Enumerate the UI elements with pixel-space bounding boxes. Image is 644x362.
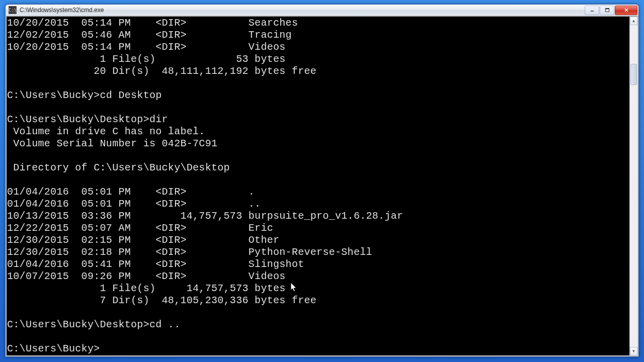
terminal-output[interactable]: 10/20/2015 05:14 PM <DIR> Searches 12/02…	[7, 17, 629, 355]
window-title: C:\Windows\system32\cmd.exe	[20, 7, 585, 14]
cmd-window: C:\ C:\Windows\system32\cmd.exe 10/20/20…	[5, 4, 639, 357]
scroll-thumb[interactable]	[630, 64, 637, 85]
app-icon: C:\	[9, 6, 17, 14]
title-bar[interactable]: C:\ C:\Windows\system32\cmd.exe	[6, 5, 638, 16]
scroll-down-arrow[interactable]: ▼	[630, 347, 637, 355]
close-button[interactable]	[615, 6, 637, 15]
scroll-up-arrow[interactable]: ▲	[630, 17, 637, 25]
scroll-track[interactable]	[630, 25, 637, 347]
vertical-scrollbar[interactable]: ▲ ▼	[629, 17, 637, 355]
window-controls	[585, 6, 637, 15]
minimize-button[interactable]	[585, 6, 599, 15]
terminal-container: 10/20/2015 05:14 PM <DIR> Searches 12/02…	[6, 16, 638, 356]
maximize-button[interactable]	[600, 6, 614, 15]
